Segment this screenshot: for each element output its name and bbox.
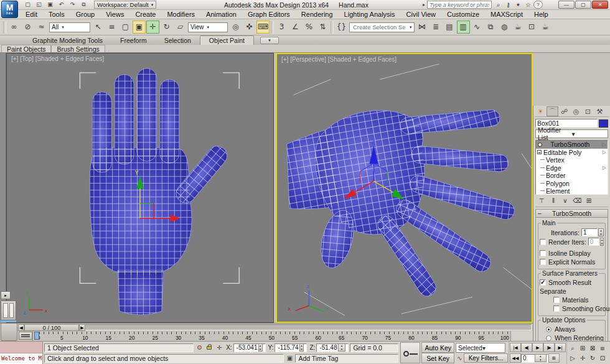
make-unique-button[interactable]: ∨ [560, 197, 570, 205]
manage-layers-button[interactable]: ▤ [443, 21, 456, 34]
stack-item-polygon[interactable]: Polygon [536, 180, 608, 188]
set-key-button[interactable]: Set Key [421, 353, 454, 363]
menu-item[interactable]: Group [70, 10, 101, 19]
go-to-start-button[interactable]: |◀ [510, 343, 521, 352]
spinner-snap-toggle-button[interactable]: ⇅ [316, 21, 329, 34]
time-slider-track[interactable] [18, 324, 532, 330]
search-history-icon[interactable]: ▸ [423, 2, 425, 7]
subscription-key-icon[interactable]: ⚷ [504, 1, 513, 9]
pan-view-button[interactable]: ✛ [578, 353, 588, 363]
radio-always[interactable]: Always [546, 325, 604, 333]
modifier-list-dropdown[interactable]: Modifier List ▾ [535, 129, 608, 138]
ribbon-minimize-button[interactable]: ▾ [260, 37, 279, 44]
infocenter-search-input[interactable] [427, 1, 492, 9]
help-icon[interactable]: ? [533, 1, 543, 9]
absolute-offset-mode-toggle[interactable]: ✛ [215, 343, 223, 352]
menu-item[interactable]: Rendering [296, 10, 339, 19]
selection-filter-dropdown[interactable]: All ▾ [49, 22, 90, 32]
rollout-header[interactable]: – TurboSmooth [536, 210, 608, 218]
create-tab[interactable]: ☀ [535, 106, 547, 116]
menu-item[interactable]: Create [129, 10, 161, 19]
menu-item[interactable]: MAXScript [485, 10, 528, 19]
use-pivot-point-center-button[interactable]: ◎ [229, 21, 242, 34]
key-mode-toggle[interactable]: ◀◀ [510, 353, 521, 363]
time-configuration-button[interactable]: ⊞ [548, 353, 560, 363]
isoline-display-checkbox[interactable] [540, 250, 546, 256]
tab-graphite-modeling-tools[interactable]: Graphite Modeling Tools [24, 36, 111, 45]
auto-key-button[interactable]: Auto Key [421, 342, 454, 353]
new-scene-button[interactable]: ▢ [22, 1, 33, 9]
hierarchy-tab[interactable]: ☍ [558, 106, 570, 116]
next-frame-arrow[interactable]: ▶ [79, 324, 85, 331]
favorites-icon[interactable]: ☆ [523, 1, 533, 9]
show-end-result-button[interactable]: ‖ [548, 197, 558, 205]
z-coordinate-field[interactable]: -51.48 [316, 343, 349, 352]
x-coordinate-field[interactable]: -53.041 [233, 343, 266, 352]
z-spinner[interactable] [338, 343, 346, 352]
edit-named-selection-sets-button[interactable]: {} [335, 21, 348, 34]
minimize-button[interactable]: — [558, 1, 575, 9]
modify-tab[interactable]: ⌒ [547, 106, 558, 116]
menu-item[interactable]: Lighting Analysis [339, 10, 401, 19]
current-frame-marker[interactable] [34, 332, 39, 340]
viewport-perspective-canvas[interactable]: Z z x y [277, 54, 532, 322]
time-slider-handle[interactable]: 0 / 100 [24, 324, 79, 331]
material-editor-button[interactable]: ◍ [498, 21, 511, 34]
select-by-name-button[interactable]: ≡ [105, 21, 118, 34]
render-iters-checkbox[interactable] [540, 239, 546, 245]
hand-mesh-perspective[interactable] [287, 110, 517, 300]
redo-button[interactable]: ↷ [67, 1, 78, 9]
curve-editor-button[interactable]: ∿ [471, 21, 484, 34]
smoothing-groups-checkbox[interactable] [553, 306, 560, 312]
iterations-field[interactable]: 1 [581, 228, 598, 236]
window-crossing-toggle[interactable]: ▣ [133, 21, 146, 34]
percent-snap-toggle-button[interactable]: % [303, 21, 316, 34]
menu-item[interactable]: Modifiers [161, 10, 200, 19]
strip-expand-button[interactable]: ▸ [1, 291, 11, 299]
hand-mesh-top[interactable] [90, 68, 231, 315]
stack-item-edge[interactable]: Edge ▷ [536, 164, 608, 172]
project-folder-button[interactable]: ⧉ [78, 1, 89, 9]
listener-input-pane[interactable]: Welcome to M [0, 353, 42, 364]
viewport-top-canvas[interactable]: Y y x z [7, 54, 273, 322]
frame-spinner[interactable] [535, 354, 547, 362]
application-menu-button[interactable]: M3ds [1, 1, 18, 18]
viewport-perspective[interactable]: [+] [Perspective] [Shaded + Edged Faces] [276, 53, 533, 323]
stack-item-border[interactable]: Border [536, 172, 608, 180]
orbit-button[interactable]: ↻ [588, 353, 598, 363]
save-file-button[interactable]: ▣ [45, 1, 55, 9]
next-frame-button[interactable]: |▶ [543, 343, 555, 352]
menu-item[interactable]: Edit [20, 10, 43, 19]
iterations-spinner[interactable] [598, 228, 604, 236]
named-selection-set-combo[interactable]: ▾ [349, 22, 415, 32]
tab-object-paint[interactable]: Object Paint [200, 35, 254, 45]
menu-item[interactable]: Graph Editors [242, 10, 296, 19]
keyboard-shortcut-override-toggle[interactable]: ⌨ [256, 21, 270, 34]
select-and-manipulate-button[interactable]: ✜ [243, 21, 256, 34]
layout-tabs-corner-button[interactable] [1, 323, 17, 341]
menu-item[interactable]: Animation [200, 10, 242, 19]
keyable-selection-dropdown[interactable]: Selected ▾ [456, 343, 505, 353]
stack-item-vertex[interactable]: Vertex [536, 156, 608, 164]
stack-item-element[interactable]: Element [536, 187, 608, 195]
x-spinner[interactable] [258, 343, 263, 352]
zoom-extents-all-button[interactable]: ⧈ [598, 343, 608, 353]
previous-frame-button[interactable]: ◀| [521, 343, 532, 352]
selection-set-input[interactable] [352, 23, 406, 31]
subtab-paint-objects[interactable]: Paint Objects [1, 45, 51, 52]
collapse-icon[interactable] [537, 150, 542, 154]
reference-coordinate-system-dropdown[interactable]: View ▾ [188, 22, 228, 32]
stack-item-editable-poly[interactable]: Editable Poly ▷ [536, 149, 608, 157]
menu-item[interactable]: Civil View [401, 10, 441, 19]
y-spinner[interactable] [299, 343, 304, 352]
field-of-view-button[interactable]: ▷ [568, 353, 578, 363]
workspace-dropdown[interactable]: Workspace: Default ▾ [94, 1, 156, 9]
restore-button[interactable]: ▢ [575, 1, 591, 9]
render-iters-spinner[interactable] [600, 238, 604, 246]
object-color-swatch[interactable] [599, 119, 608, 128]
select-and-link-button[interactable]: ∞ [7, 21, 21, 34]
play-animation-button[interactable]: ▶ [532, 343, 543, 352]
pin-stack-button[interactable]: ⊤ [537, 197, 547, 205]
explicit-normals-checkbox[interactable] [540, 259, 546, 265]
angle-snap-toggle-button[interactable]: ∠ [289, 21, 302, 34]
